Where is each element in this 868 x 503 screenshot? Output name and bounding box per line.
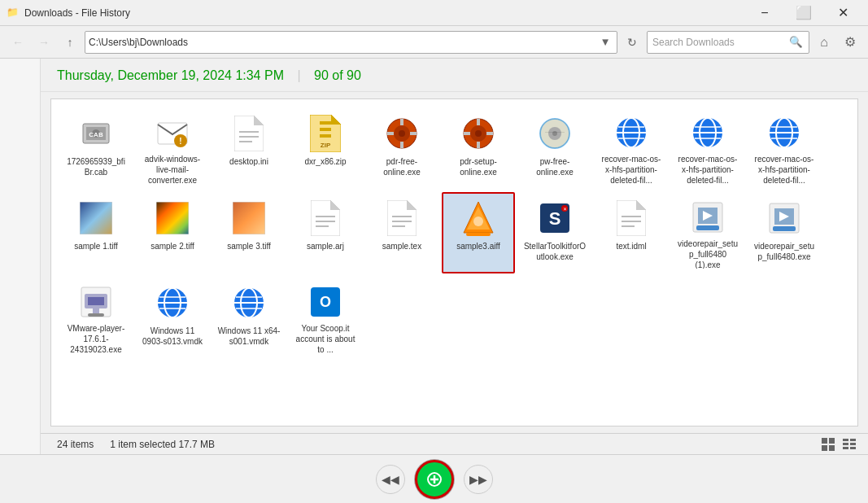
search-icon[interactable]: 🔍 [787, 32, 804, 53]
list-item[interactable]: sample.arj [289, 192, 362, 273]
home-button[interactable]: ⌂ [813, 31, 835, 54]
list-item[interactable]: recover-mac-os-x-hfs-partition-deleted-f… [748, 107, 821, 189]
list-item[interactable]: desktop.ini [212, 107, 286, 189]
list-item[interactable]: sample 3.tiff [212, 192, 286, 273]
header-count: 90 of 90 [314, 68, 361, 82]
file-label: recover-mac-os-x-hfs-partition-deleted-f… [676, 154, 739, 184]
list-item[interactable]: pw-free-online.exe [518, 107, 591, 189]
svg-rect-111 [850, 439, 856, 441]
list-item[interactable]: CAB 1726965939_bfiBr.cab [59, 107, 133, 189]
file-label: sample.tex [382, 241, 421, 252]
svg-marker-77 [636, 200, 646, 210]
next-button[interactable]: ▶▶ [464, 465, 493, 494]
svg-marker-59 [330, 200, 340, 210]
list-item[interactable]: Windows 11 x64-s001.vmdk [212, 277, 286, 358]
large-icon-view-button[interactable] [819, 436, 837, 453]
prev-button[interactable]: ◀◀ [376, 465, 405, 494]
back-button[interactable]: ← [7, 31, 29, 54]
file-icon [382, 114, 421, 153]
file-label: sample.arj [307, 241, 344, 252]
list-item[interactable]: Windows 11 0903-s013.vmdk [136, 277, 209, 358]
title-bar: 📁 Downloads - File History − ⬜ ✕ [0, 0, 868, 26]
file-label: videorepair_setup_full6480 (1).exe [676, 238, 739, 269]
list-item[interactable]: pdr-free-online.exe [365, 107, 438, 189]
file-browser[interactable]: CAB 1726965939_bfiBr.cab ! advik-windows… [50, 98, 858, 426]
header-info: Thursday, December 19, 2024 1:34 PM | 90… [41, 59, 868, 92]
list-item[interactable]: pdr-setup-online.exe [442, 107, 515, 189]
list-item[interactable]: recover-mac-os-x-hfs-partition-deleted-f… [595, 107, 668, 189]
file-label: sample 1.tiff [74, 241, 118, 252]
file-icon [382, 199, 421, 238]
list-item[interactable]: videorepair_setup_full6480 (1).exe [671, 192, 744, 273]
file-label: StellarToolkitforOutlook.exe [523, 241, 587, 262]
file-icon: S ✕ [535, 199, 574, 238]
up-button[interactable]: ↑ [59, 31, 81, 54]
forward-button[interactable]: → [33, 31, 55, 54]
main-area: Thursday, December 19, 2024 1:34 PM | 90… [0, 59, 868, 454]
file-label: VMware-player-17.6.1-24319023.exe [64, 323, 128, 353]
file-icon [535, 114, 574, 153]
refresh-button[interactable]: ↻ [621, 31, 643, 54]
svg-rect-29 [486, 132, 493, 135]
svg-rect-108 [822, 445, 827, 451]
address-dropdown-button[interactable]: ▼ [597, 32, 613, 53]
list-item[interactable]: ! advik-windows-live-mail-converter.exe [136, 107, 209, 189]
list-item[interactable]: recover-mac-os-x-hfs-partition-deleted-f… [671, 107, 744, 189]
list-item[interactable]: O Your Scoop.it account is about to ... [289, 277, 362, 358]
file-icon [76, 199, 116, 238]
svg-rect-110 [843, 439, 848, 441]
file-icon [765, 199, 804, 238]
file-label: videorepair_setup_full6480.exe [752, 241, 816, 262]
list-item[interactable]: S ✕ StellarToolkitforOutlook.exe [518, 192, 591, 273]
settings-button[interactable]: ⚙ [839, 31, 861, 54]
minimize-button[interactable]: − [746, 2, 783, 24]
file-icon [229, 199, 268, 238]
restore-button[interactable]: ⬜ [785, 2, 822, 24]
svg-text:!: ! [179, 137, 181, 146]
svg-rect-30 [477, 119, 480, 125]
svg-text:ZIP: ZIP [321, 142, 331, 149]
window-controls: − ⬜ ✕ [746, 2, 861, 24]
file-icon: ! [153, 114, 192, 151]
svg-rect-14 [320, 121, 331, 125]
close-button[interactable]: ✕ [824, 2, 861, 24]
svg-text:✕: ✕ [563, 207, 567, 212]
file-label: dxr_x86.zip [304, 156, 346, 167]
svg-rect-23 [400, 119, 403, 125]
file-icon [153, 283, 192, 322]
svg-rect-54 [156, 202, 189, 234]
file-icon [459, 114, 498, 153]
list-item[interactable]: sample 1.tiff [59, 192, 133, 273]
address-text: C:\Users\bj\Downloads [89, 37, 597, 48]
list-item[interactable]: VMware-player-17.6.1-24319023.exe [59, 277, 133, 358]
file-icon [688, 199, 727, 235]
file-label: pw-free-online.exe [523, 156, 587, 177]
svg-point-20 [399, 130, 405, 137]
file-icon [229, 283, 268, 322]
small-icon-view-button[interactable] [840, 436, 858, 453]
list-item[interactable]: sample3.aiff [442, 192, 515, 273]
selected-info: 1 item selected 17.7 MB [110, 439, 215, 450]
list-item[interactable]: sample.tex [365, 192, 438, 273]
list-item[interactable]: ZIP dxr_x86.zip [289, 107, 362, 189]
svg-rect-112 [843, 443, 848, 445]
file-icon [76, 283, 116, 320]
svg-rect-35 [545, 132, 565, 133]
svg-rect-84 [696, 225, 719, 230]
svg-rect-88 [773, 226, 796, 231]
content-area: Thursday, December 19, 2024 1:34 PM | 90… [41, 59, 868, 454]
svg-rect-21 [387, 132, 394, 135]
svg-text:O: O [320, 294, 331, 310]
file-label: Your Scoop.it account is about to ... [294, 323, 357, 353]
list-item[interactable]: videorepair_setup_full6480.exe [748, 192, 821, 273]
search-placeholder: Search Downloads [652, 37, 787, 48]
list-item[interactable]: text.idml [595, 192, 668, 273]
search-bar[interactable]: Search Downloads 🔍 [647, 31, 809, 54]
play-button[interactable] [415, 460, 454, 499]
header-date: Thursday, December 19, 2024 1:34 PM [57, 68, 284, 82]
window-title: Downloads - File History [24, 7, 746, 19]
nav-bar: ← → ↑ C:\Users\bj\Downloads ▼ ↻ Search D… [0, 26, 868, 59]
file-icon: ZIP [306, 114, 345, 153]
file-label: recover-mac-os-x-hfs-partition-deleted-f… [752, 154, 816, 184]
list-item[interactable]: sample 2.tiff [136, 192, 209, 273]
